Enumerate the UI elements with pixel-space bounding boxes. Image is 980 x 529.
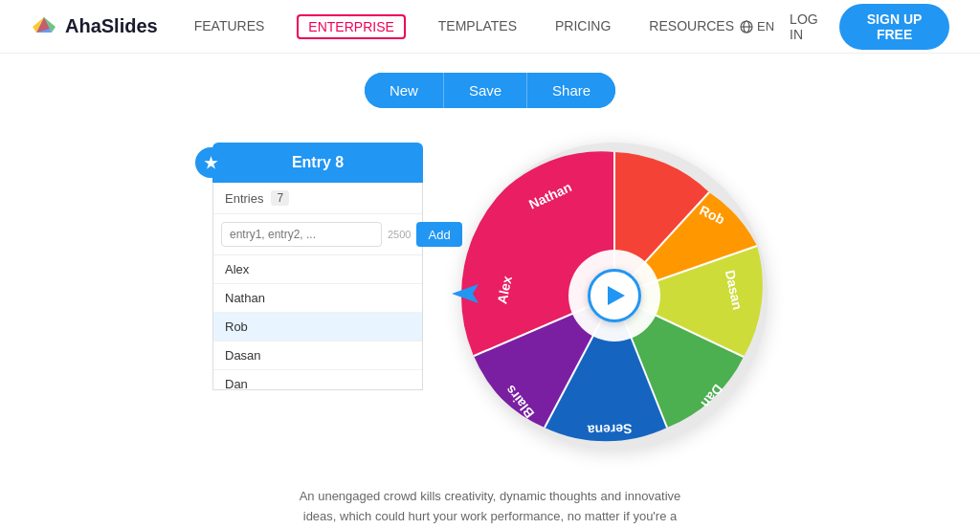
- wheel-pointer: [452, 280, 479, 311]
- signup-button[interactable]: SIGN UP FREE: [839, 4, 949, 50]
- entries-panel: Entries 7 2500 Add Alex Nathan Rob Dasan…: [212, 183, 423, 390]
- play-icon: [608, 286, 625, 305]
- logo-icon: [31, 13, 57, 40]
- nav-links: FEATURES ENTERPRISE TEMPLATES PRICING RE…: [189, 14, 740, 39]
- new-button[interactable]: New: [365, 73, 444, 108]
- nav-pricing[interactable]: PRICING: [549, 14, 616, 39]
- entries-input-row: 2500 Add: [213, 214, 422, 255]
- entries-header: Entries 7: [213, 183, 422, 214]
- navbar: AhaSlides FEATURES ENTERPRISE TEMPLATES …: [0, 0, 980, 54]
- main-content: ★ Entry 8 Entries 7 2500 Add Alex Nathan…: [0, 123, 980, 477]
- toolbar: New Save Share: [0, 73, 980, 108]
- nav-enterprise[interactable]: ENTERPRISE: [297, 14, 405, 39]
- left-panel: ★ Entry 8 Entries 7 2500 Add Alex Nathan…: [212, 143, 423, 390]
- entries-input[interactable]: [221, 222, 382, 247]
- char-limit: 2500: [388, 229, 411, 240]
- entries-label: Entries: [225, 191, 263, 206]
- wheel-container: Rob Dasan Dan Serena Blairs Alex Nathan: [461, 143, 768, 449]
- globe-icon: [740, 20, 753, 33]
- nav-templates[interactable]: TEMPLATES: [433, 14, 523, 39]
- nav-features[interactable]: FEATURES: [189, 14, 271, 39]
- star-icon: ★: [195, 147, 226, 178]
- entries-count: 7: [271, 190, 289, 206]
- entries-list: Alex Nathan Rob Dasan Dan -: [213, 255, 422, 389]
- nav-right: EN LOG IN SIGN UP FREE: [740, 4, 949, 50]
- list-item[interactable]: Nathan: [213, 284, 422, 313]
- list-item[interactable]: Alex: [213, 255, 422, 284]
- footer-text: An unengaged crowd kills creativity, dyn…: [279, 487, 701, 529]
- logo[interactable]: AhaSlides: [31, 13, 158, 40]
- entry-title: ★ Entry 8: [212, 143, 423, 183]
- toolbar-group: New Save Share: [365, 73, 615, 108]
- save-button[interactable]: Save: [444, 73, 527, 108]
- list-item[interactable]: Rob: [213, 313, 422, 342]
- language-selector[interactable]: EN: [740, 19, 774, 33]
- nav-resources[interactable]: RESOURCES: [643, 14, 740, 39]
- add-button[interactable]: Add: [416, 222, 461, 247]
- wheel-label-serena: Serena: [587, 421, 632, 438]
- list-item[interactable]: Dan: [213, 370, 422, 389]
- share-button[interactable]: Share: [527, 73, 615, 108]
- list-item[interactable]: Dasan: [213, 342, 422, 370]
- play-button[interactable]: [588, 269, 641, 322]
- brand-name: AhaSlides: [65, 15, 158, 37]
- login-button[interactable]: LOG IN: [790, 11, 824, 42]
- svg-marker-4: [452, 284, 479, 303]
